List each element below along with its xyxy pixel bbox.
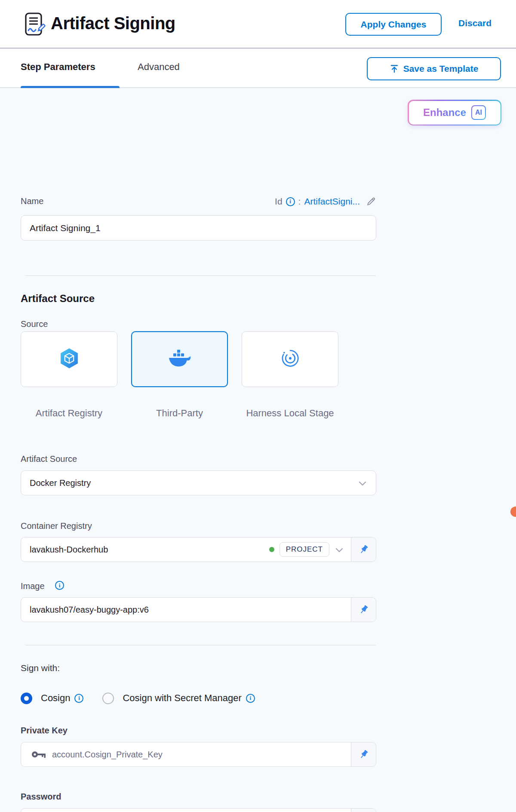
id-info-icon[interactable]: i	[286, 197, 295, 206]
chevron-down-icon[interactable]	[335, 545, 343, 555]
source-card-third-party[interactable]	[131, 331, 228, 387]
runtime-input-pin-button[interactable]	[351, 742, 376, 766]
image-field[interactable]: lavakush07/easy-buggy-app:v6	[21, 597, 376, 622]
discard-button[interactable]: Discard	[458, 18, 491, 28]
save-as-template-label: Save as Template	[403, 64, 479, 74]
container-registry-value: lavakush-Dockerhub	[21, 545, 108, 555]
artifact-registry-icon	[58, 348, 80, 371]
cosign-secret-manager-info-icon[interactable]: i	[246, 694, 255, 703]
section-divider	[25, 645, 376, 645]
card-label-third-party: Third-Party	[131, 407, 228, 420]
section-divider	[25, 275, 376, 276]
harness-local-stage-icon	[280, 348, 301, 371]
enhance-ai-button[interactable]: Enhance AI	[408, 100, 501, 125]
step-parameters-panel: Enhance AI Name Id i : ArtifactSigni... …	[0, 88, 516, 812]
container-registry-field[interactable]: lavakush-Dockerhub PROJECT	[21, 537, 376, 562]
sign-with-radio-group: Cosign i Cosign with Secret Manager i	[21, 689, 255, 708]
step-header: Artifact Signing Apply Changes Discard	[0, 0, 516, 49]
key-icon	[31, 751, 46, 758]
runtime-input-pin-button[interactable]	[351, 809, 376, 812]
private-key-value: account.Cosign_Private_Key	[46, 750, 163, 760]
radio-cosign-label: Cosign	[41, 693, 70, 704]
artifact-source-heading: Artifact Source	[21, 293, 95, 305]
runtime-input-pin-button[interactable]	[351, 537, 376, 562]
password-field[interactable]: base64_cosign_public_key	[21, 808, 376, 812]
artifact-source-select-label: Artifact Source	[21, 454, 77, 464]
id-separator: :	[298, 196, 301, 207]
step-id-value[interactable]: ArtifactSigni...	[304, 196, 360, 207]
artifact-signing-step-icon	[24, 12, 46, 39]
scope-badge: PROJECT	[280, 542, 329, 557]
tab-bar: Step Parameters Advanced Save as Templat…	[0, 49, 516, 88]
save-as-template-button[interactable]: Save as Template	[367, 57, 501, 80]
image-label: Image	[21, 581, 45, 591]
name-input[interactable]	[21, 215, 376, 241]
ai-badge: AI	[471, 105, 486, 120]
private-key-label: Private Key	[21, 726, 68, 736]
step-id-row: Id i : ArtifactSigni...	[21, 196, 376, 207]
docker-whale-icon	[168, 349, 191, 369]
runtime-input-pin-button[interactable]	[351, 598, 376, 622]
apply-changes-button[interactable]: Apply Changes	[345, 13, 442, 36]
artifact-source-select-value: Docker Registry	[21, 478, 91, 488]
chevron-down-icon	[359, 478, 366, 488]
tab-step-parameters[interactable]: Step Parameters	[21, 61, 95, 73]
tab-advanced[interactable]: Advanced	[138, 61, 180, 73]
source-card-harness-local-stage[interactable]	[242, 331, 338, 387]
card-label-harness-local-stage: Harness Local Stage	[242, 407, 338, 420]
id-label: Id	[275, 196, 283, 207]
image-value: lavakush07/easy-buggy-app:v6	[21, 605, 149, 615]
private-key-field[interactable]: account.Cosign_Private_Key	[21, 742, 376, 767]
source-card-artifact-registry[interactable]	[21, 331, 117, 387]
password-label: Password	[21, 792, 61, 802]
upload-icon	[390, 64, 399, 73]
container-registry-label: Container Registry	[21, 521, 92, 531]
artifact-source-select[interactable]: Docker Registry	[21, 470, 376, 495]
enhance-label: Enhance	[423, 107, 466, 119]
source-label: Source	[21, 319, 48, 329]
radio-cosign[interactable]	[21, 693, 32, 704]
sign-with-label: Sign with:	[21, 663, 60, 673]
page-title: Artifact Signing	[51, 14, 175, 33]
radio-cosign-secret-manager-label: Cosign with Secret Manager	[123, 693, 241, 704]
cosign-info-icon[interactable]: i	[74, 694, 83, 703]
card-label-artifact-registry: Artifact Registry	[21, 407, 117, 420]
scroll-marker-dot	[510, 507, 516, 517]
connector-status-dot	[269, 547, 274, 552]
edit-id-icon[interactable]	[366, 196, 376, 207]
image-info-icon[interactable]: i	[55, 581, 64, 590]
radio-cosign-secret-manager[interactable]	[102, 693, 114, 704]
